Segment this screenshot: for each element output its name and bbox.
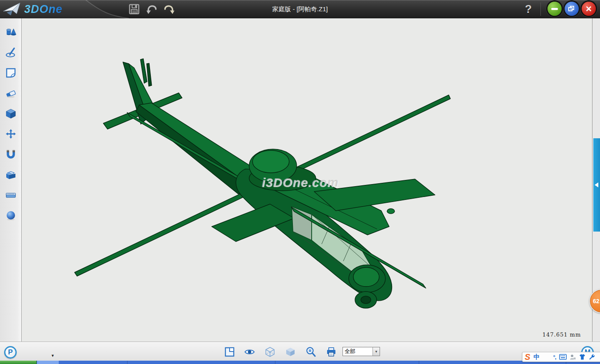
zoom-search-icon[interactable]: [305, 347, 316, 357]
bottom-toolbar: P ▼ 全部 ▼ M: [0, 342, 600, 361]
print-bed-icon[interactable]: [5, 190, 16, 200]
titlebar: 3DOne 家庭版 - [阿帕奇.Z1] ? ✕: [0, 0, 600, 18]
tshirt-icon: [579, 354, 586, 360]
watermark: i3DOne.com: [262, 175, 339, 189]
person-icon: [570, 354, 576, 360]
wireframe-cube-icon[interactable]: [265, 347, 275, 357]
viewport-canvas[interactable]: i3DOne.com 147.651 mm: [22, 18, 592, 342]
chinese-mode-button[interactable]: 中: [532, 352, 541, 362]
sketch-surface-icon[interactable]: [5, 67, 16, 78]
sketch-draw-icon[interactable]: [5, 47, 16, 57]
close-button[interactable]: ✕: [582, 2, 596, 16]
taskbar-separator: [419, 361, 419, 364]
save-icon[interactable]: [128, 3, 140, 15]
left-toolbar: [0, 18, 22, 342]
undo-icon[interactable]: [146, 3, 158, 15]
basic-solids-icon[interactable]: [5, 27, 16, 37]
help-button[interactable]: ?: [522, 1, 534, 17]
render-sphere-icon[interactable]: [5, 210, 16, 221]
fullwidth-moon-button[interactable]: [542, 352, 550, 362]
close-icon: ✕: [585, 5, 592, 13]
app-name: 3DOne: [24, 3, 62, 16]
taskbar-active-button[interactable]: [37, 361, 59, 364]
taskbar-separator: [275, 361, 275, 364]
measurement-readout: 147.651 mm: [532, 332, 591, 338]
feature-cube-icon[interactable]: [5, 108, 16, 119]
filter-dropdown[interactable]: 全部 ▼: [342, 347, 380, 356]
chevron-down-icon: ▼: [372, 347, 380, 356]
maximize-icon: [568, 6, 575, 12]
eye-visibility-icon[interactable]: [244, 347, 255, 357]
panel-collapse-tab[interactable]: [593, 138, 600, 232]
magnet-assembly-icon[interactable]: [5, 149, 16, 160]
titlebar-divider: [540, 2, 541, 16]
3done-app-window: { "window": { "app_name": "3DOne", "titl…: [0, 0, 600, 364]
ime-toolbar: S 中 °,: [522, 352, 600, 362]
p-label: P: [8, 348, 12, 357]
view-corner-icon[interactable]: [224, 347, 235, 357]
minimize-button[interactable]: [548, 2, 562, 16]
ime-toolbox-button[interactable]: [588, 352, 596, 362]
move-transform-icon[interactable]: [5, 129, 16, 139]
app-logo: 3DOne: [2, 1, 62, 17]
moon-icon: [543, 354, 550, 360]
chevron-left-icon: [595, 182, 598, 187]
minimize-icon: [551, 8, 558, 10]
p-dropdown-caret[interactable]: ▼: [51, 354, 55, 358]
p-quick-button[interactable]: P: [4, 346, 17, 359]
eraser-edit-icon[interactable]: [5, 88, 16, 98]
open-box-special-icon[interactable]: [5, 170, 16, 180]
punctuation-label: °,: [553, 354, 556, 360]
redo-icon[interactable]: [163, 3, 175, 15]
soft-keyboard-button[interactable]: [559, 352, 567, 362]
punctuation-button[interactable]: °,: [552, 352, 558, 362]
document-title: 家庭版 - [阿帕奇.Z1]: [272, 0, 328, 18]
lang-mode-label: 中: [534, 353, 540, 361]
filter-value: 全部: [343, 347, 372, 356]
os-taskbar[interactable]: [0, 361, 600, 364]
paper-plane-icon: [2, 1, 22, 17]
shaded-cube-icon[interactable]: [285, 347, 296, 357]
skin-button[interactable]: [578, 352, 586, 362]
sogou-logo-icon[interactable]: S: [524, 352, 531, 362]
user-dict-button[interactable]: [568, 352, 577, 362]
printer-icon[interactable]: [326, 347, 337, 357]
badge-count: 62: [593, 298, 600, 304]
keyboard-icon: [559, 354, 567, 360]
sogou-s-label: S: [525, 353, 530, 361]
wrench-icon: [588, 354, 595, 360]
taskbar-separator: [127, 361, 128, 364]
start-button[interactable]: [0, 361, 37, 364]
maximize-button[interactable]: [565, 2, 579, 16]
